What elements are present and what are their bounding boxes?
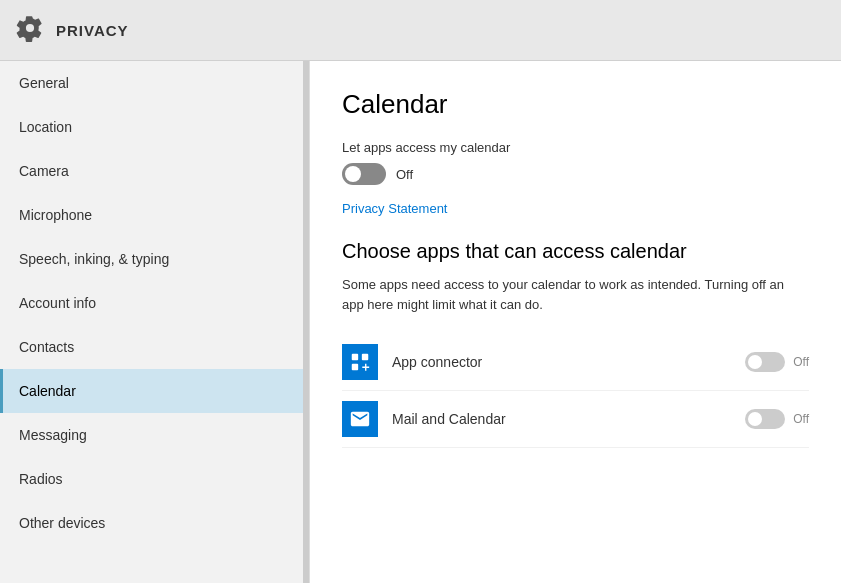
sidebar-item-general[interactable]: General bbox=[0, 61, 309, 105]
app-icon-1 bbox=[342, 401, 378, 437]
app-row-1: Mail and Calendar Off bbox=[342, 391, 809, 448]
app-name-0: App connector bbox=[392, 354, 731, 370]
choose-title: Choose apps that can access calendar bbox=[342, 240, 809, 263]
svg-rect-0 bbox=[352, 354, 358, 360]
app-title: PRIVACY bbox=[56, 22, 129, 39]
sidebar-item-microphone[interactable]: Microphone bbox=[0, 193, 309, 237]
sidebar: GeneralLocationCameraMicrophoneSpeech, i… bbox=[0, 61, 310, 583]
main-toggle[interactable] bbox=[342, 163, 386, 185]
toggle-thumb bbox=[345, 166, 361, 182]
privacy-statement-link[interactable]: Privacy Statement bbox=[342, 201, 448, 216]
app-toggle-state-1: Off bbox=[793, 412, 809, 426]
svg-rect-2 bbox=[352, 364, 358, 370]
app-toggle-group-1: Off bbox=[745, 409, 809, 429]
sidebar-item-messaging[interactable]: Messaging bbox=[0, 413, 309, 457]
app-row-0: App connector Off bbox=[342, 334, 809, 391]
content-area: Calendar Let apps access my calendar Off… bbox=[310, 61, 841, 583]
sidebar-item-location[interactable]: Location bbox=[0, 105, 309, 149]
app-icon-0 bbox=[342, 344, 378, 380]
sidebar-item-contacts[interactable]: Contacts bbox=[0, 325, 309, 369]
page-title: Calendar bbox=[342, 89, 809, 120]
app-name-1: Mail and Calendar bbox=[392, 411, 731, 427]
toggle-label: Let apps access my calendar bbox=[342, 140, 809, 155]
main-layout: GeneralLocationCameraMicrophoneSpeech, i… bbox=[0, 61, 841, 583]
gear-icon bbox=[16, 14, 44, 46]
choose-description: Some apps need access to your calendar t… bbox=[342, 275, 809, 314]
sidebar-item-speech--inking----typing[interactable]: Speech, inking, & typing bbox=[0, 237, 309, 281]
sidebar-item-other-devices[interactable]: Other devices bbox=[0, 501, 309, 545]
sidebar-item-camera[interactable]: Camera bbox=[0, 149, 309, 193]
sidebar-item-radios[interactable]: Radios bbox=[0, 457, 309, 501]
sidebar-item-calendar[interactable]: Calendar bbox=[0, 369, 309, 413]
app-toggle-state-0: Off bbox=[793, 355, 809, 369]
sidebar-item-account-info[interactable]: Account info bbox=[0, 281, 309, 325]
svg-rect-1 bbox=[362, 354, 368, 360]
main-toggle-row: Off bbox=[342, 163, 809, 185]
main-toggle-state: Off bbox=[396, 167, 413, 182]
header: PRIVACY bbox=[0, 0, 841, 61]
scroll-indicator bbox=[303, 61, 309, 583]
app-list: App connector Off Mail and Calendar Off bbox=[342, 334, 809, 448]
app-toggle-group-0: Off bbox=[745, 352, 809, 372]
app-toggle-1[interactable] bbox=[745, 409, 785, 429]
app-toggle-0[interactable] bbox=[745, 352, 785, 372]
